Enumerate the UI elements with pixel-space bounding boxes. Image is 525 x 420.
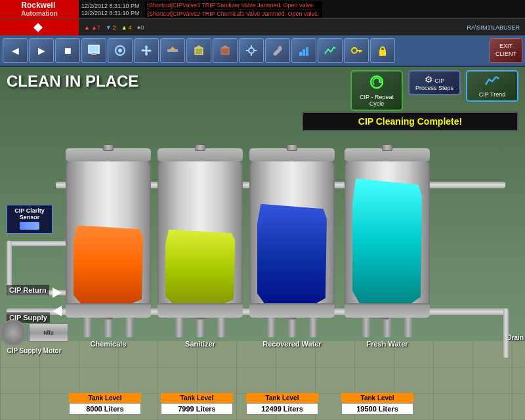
alarm-time-1: 12/2/2012 8:31:10 PM [81, 3, 140, 9]
tank-bottom-3 [249, 304, 335, 318]
svg-marker-6 [170, 47, 175, 49]
repeat-icon [356, 74, 398, 93]
tank-level-value-fresh: 19500 Liters [341, 403, 413, 415]
tank-top-3 [249, 148, 335, 161]
svg-rect-5 [167, 49, 178, 52]
tank-level-label-recovered: Tank Level [246, 393, 318, 403]
exit-client-button[interactable]: EXIT CLIENT [490, 38, 522, 63]
cip-trend-button[interactable]: CIP Trend [466, 70, 518, 102]
trend-button[interactable] [318, 38, 343, 63]
second-banner: ▲▲7 ▼2 ▲4 ●0 RA\SIM1\LABUSER [0, 18, 525, 35]
tank-legs-1 [83, 318, 133, 337]
indicator-2: ▼2 [106, 24, 116, 31]
chart-button[interactable] [291, 38, 316, 63]
tank-info-fresh: Tank Level 19500 Liters [341, 393, 413, 415]
tank-top-1 [66, 148, 151, 161]
key-button[interactable] [344, 38, 369, 63]
svg-rect-17 [303, 49, 305, 56]
indicator-4: ●0 [137, 24, 144, 31]
cip-repeat-button[interactable]: CIP - Repeat Cycle [350, 70, 403, 111]
tank-legs-4 [362, 318, 412, 337]
lock-button[interactable] [370, 38, 395, 63]
toolbar: ◀ ▶ ⏹ EXIT CLIENT [0, 35, 525, 67]
main-area: CLEAN IN PLACE CIP - Repeat Cycle ⚙ CIP … [0, 67, 525, 420]
svg-rect-0 [89, 45, 99, 53]
tank-level-label-fresh: Tank Level [341, 393, 413, 403]
indicator-1: ▲▲7 [84, 24, 100, 31]
liquid-recovered [257, 204, 327, 303]
tank-level-label-sanitizer: Tank Level [161, 393, 233, 403]
alarm-time-2: 12/2/2012 8:31:10 PM [81, 10, 140, 16]
valve-button[interactable] [160, 38, 185, 63]
tank-top-4 [345, 148, 430, 161]
svg-rect-1 [91, 53, 96, 55]
screen1-button[interactable] [81, 38, 106, 63]
cip-repeat-label: CIP - Repeat Cycle [360, 94, 394, 107]
drain-pipe [503, 308, 509, 358]
box1-button[interactable] [186, 38, 211, 63]
svg-rect-7 [195, 48, 203, 54]
nav-forward-button[interactable]: ▶ [29, 38, 54, 63]
tank-info-sanitizer: Tank Level 7999 Liters [161, 393, 233, 415]
ra-logo-small [0, 19, 79, 35]
svg-rect-9 [221, 48, 229, 54]
box2-button[interactable] [213, 38, 238, 63]
tank-body-4 [345, 160, 430, 304]
motor-circle [0, 320, 26, 346]
screen2-button[interactable] [108, 38, 133, 63]
cip-process-label: CIP Process Steps [415, 77, 453, 91]
tank-info-chemicals: Tank Level 8000 Liters [69, 393, 141, 415]
liquid-fresh [352, 178, 422, 303]
cip-return-arrow [52, 287, 62, 301]
cip-clarity-sensor: CIP Clarity Sensor [7, 205, 52, 234]
page-title: CLEAN IN PLACE [7, 72, 138, 91]
tank-body-3 [249, 160, 335, 304]
process-icon: ⚙ [425, 74, 433, 85]
stop-button[interactable]: ⏹ [55, 38, 80, 63]
indicator-3: ▲4 [121, 24, 132, 31]
tank-legs-2 [175, 318, 225, 337]
svg-point-19 [352, 48, 357, 53]
tank-top-2 [158, 148, 243, 161]
tank-bottom-1 [66, 304, 151, 318]
tank-bottom-4 [345, 304, 430, 318]
svg-marker-8 [195, 45, 203, 48]
alarm-msg-1: [Shortcut]CIPValve3 TRIP Sanitizer Valve… [145, 1, 322, 9]
motor-status: Idle [29, 324, 68, 342]
alarm-area: 12/2/2012 8:31:10 PM 12/2/2012 8:31:10 P… [79, 0, 525, 18]
svg-rect-16 [299, 52, 302, 56]
tank-label-chemicals: Chemicals [90, 340, 126, 348]
wrench-button[interactable] [265, 38, 290, 63]
tank-level-value-sanitizer: 7999 Liters [161, 403, 233, 415]
tank-body-2 [158, 160, 243, 304]
tank-legs-3 [267, 318, 317, 337]
tank-level-value-chemicals: 8000 Liters [69, 403, 141, 415]
svg-marker-10 [221, 45, 229, 48]
tank-level-value-recovered: 12499 Liters [246, 403, 318, 415]
cip-cleaning-complete: CIP Cleaning Complete! [302, 112, 518, 131]
tank-label-sanitizer: Sanitizer [185, 340, 215, 348]
cleaning-complete-text: CIP Cleaning Complete! [316, 116, 504, 127]
cip-supply-arrow [52, 306, 62, 319]
sensor-body [20, 222, 39, 230]
tank-level-label-chemicals: Tank Level [69, 393, 141, 403]
fan-button[interactable] [134, 38, 159, 63]
tank-label-fresh: Fresh Water [366, 340, 408, 348]
motor-label: CIP Supply Motor [7, 347, 61, 354]
cip-supply-motor: Idle CIP Supply Motor [0, 320, 68, 354]
tank-bottom-2 [158, 304, 243, 318]
liquid-chemicals [74, 225, 143, 303]
tank-info-recovered: Tank Level 12499 Liters [246, 393, 318, 415]
nav-back-button[interactable]: ◀ [3, 38, 28, 63]
svg-rect-18 [306, 47, 308, 56]
cip-trend-label: CIP Trend [479, 91, 505, 98]
alarm-msg-2: [Shortcut]CIPValve2 TRIP Chemicals Valve… [145, 10, 322, 18]
tank-label-recovered: Recovered Water [262, 340, 321, 348]
liquid-sanitizer [165, 230, 235, 303]
status-indicators: ▲▲7 ▼2 ▲4 ●0 [79, 24, 467, 31]
ra-user: RA\SIM1\LABUSER [467, 24, 520, 31]
cip-process-button[interactable]: ⚙ CIP Process Steps [408, 70, 461, 95]
trend-icon [471, 74, 513, 90]
settings-button[interactable] [239, 38, 264, 63]
rockwell-logo: Rockwell Automation [0, 0, 79, 18]
